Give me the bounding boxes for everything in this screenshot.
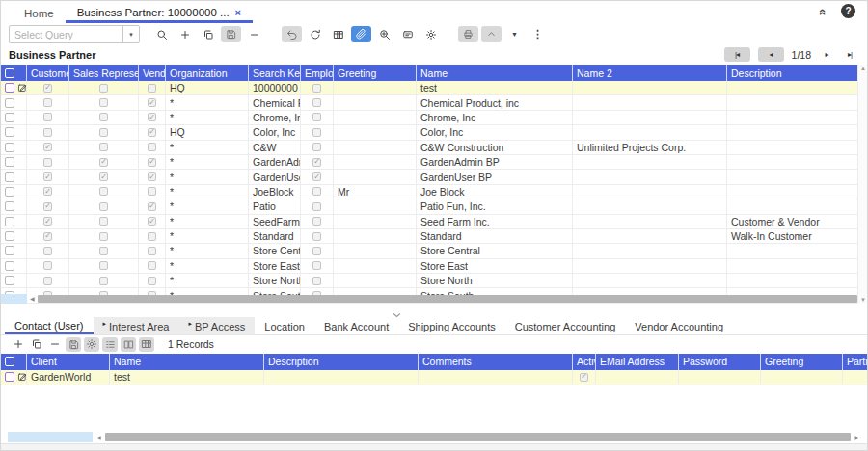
cell-description[interactable]: [727, 125, 859, 139]
vendor-checkbox[interactable]: [148, 261, 156, 270]
detail-tab-bank-account[interactable]: Bank Account: [314, 317, 398, 334]
employee-checkbox[interactable]: [312, 98, 321, 107]
cell-description[interactable]: [727, 111, 859, 124]
select-all-checkbox[interactable]: [5, 68, 14, 78]
cell-greeting[interactable]: [334, 170, 417, 183]
cell-name[interactable]: test: [110, 370, 264, 385]
row-select-checkbox[interactable]: [5, 231, 14, 241]
cell-vendor[interactable]: [139, 215, 166, 228]
cell-active[interactable]: [573, 370, 596, 385]
cell-password[interactable]: [679, 370, 761, 385]
cell-employee[interactable]: [301, 111, 334, 124]
row-select-checkbox[interactable]: [5, 98, 14, 108]
scroll-left-icon[interactable]: ◀: [27, 295, 38, 302]
employee-checkbox[interactable]: [312, 202, 321, 211]
cell-organization[interactable]: *: [166, 215, 249, 228]
customer-checkbox[interactable]: [43, 143, 52, 151]
row-select-cell[interactable]: [1, 244, 27, 257]
cell-vendor[interactable]: [139, 244, 166, 257]
row-select-cell[interactable]: [1, 111, 27, 124]
cell-description[interactable]: [727, 199, 859, 213]
cell-description[interactable]: [727, 81, 859, 94]
vertical-scrollbar[interactable]: ▲▼: [857, 65, 867, 304]
column-layout-icon[interactable]: [121, 337, 136, 352]
cell-customer[interactable]: [27, 244, 69, 257]
column-header-customer[interactable]: Customer: [27, 65, 69, 81]
row-select-checkbox[interactable]: [5, 201, 14, 211]
employee-checkbox[interactable]: [312, 261, 321, 270]
cell-employee[interactable]: [301, 141, 334, 154]
vendor-checkbox[interactable]: [148, 84, 156, 93]
employee-checkbox[interactable]: [312, 84, 321, 93]
cell-sales_rep[interactable]: [69, 215, 139, 228]
save-icon[interactable]: [66, 337, 81, 352]
cell-name2[interactable]: [573, 81, 727, 94]
table-row[interactable]: *Store NorthStore North: [1, 274, 867, 288]
cell-name[interactable]: GardenUser BP: [417, 170, 573, 183]
column-header-password[interactable]: Password: [679, 354, 761, 370]
sales_rep-checkbox[interactable]: [99, 113, 108, 121]
column-header-description[interactable]: Description: [264, 354, 419, 370]
cell-greeting[interactable]: [334, 229, 417, 243]
cell-sales_rep[interactable]: [69, 199, 139, 213]
vendor-checkbox[interactable]: [148, 232, 156, 241]
cell-description[interactable]: [727, 155, 859, 169]
customer-checkbox[interactable]: [43, 128, 52, 137]
cell-employee[interactable]: [301, 229, 334, 243]
cell-name[interactable]: Store Central: [417, 244, 573, 257]
detail-tab-location[interactable]: Location: [255, 317, 314, 334]
column-header-search_key[interactable]: Search Key: [249, 65, 301, 81]
cell-name[interactable]: Seed Farm Inc.: [417, 215, 573, 228]
new-icon[interactable]: [11, 337, 26, 352]
row-select-checkbox[interactable]: [5, 261, 14, 271]
cell-sales_rep[interactable]: [69, 95, 139, 109]
cell-search_key[interactable]: Store North: [249, 274, 301, 287]
cell-description[interactable]: [727, 185, 859, 199]
copy-icon[interactable]: [29, 337, 44, 352]
cell-customer[interactable]: [27, 111, 69, 124]
cell-employee[interactable]: [301, 215, 334, 228]
cell-description[interactable]: Customer & Vendor: [727, 215, 859, 228]
main-horizontal-scrollbar[interactable]: ◀: [1, 294, 857, 304]
customer-checkbox[interactable]: [43, 202, 52, 211]
cell-employee[interactable]: [301, 125, 334, 139]
sales_rep-checkbox[interactable]: [99, 247, 108, 255]
cell-customer[interactable]: [27, 95, 69, 109]
cell-name2[interactable]: [573, 111, 727, 124]
cell-vendor[interactable]: [139, 141, 166, 154]
cell-search_key[interactable]: Chrome, Inc: [249, 111, 301, 124]
employee-checkbox[interactable]: [312, 172, 321, 181]
employee-checkbox[interactable]: [312, 143, 321, 151]
customer-checkbox[interactable]: [43, 98, 52, 107]
cell-greeting[interactable]: [334, 259, 417, 273]
cell-employee[interactable]: [301, 170, 334, 183]
cell-name[interactable]: Store North: [417, 274, 573, 287]
cell-vendor[interactable]: [139, 155, 166, 169]
next-record-button[interactable]: ▸: [819, 47, 834, 62]
employee-checkbox[interactable]: [312, 113, 321, 121]
query-dropdown-button[interactable]: ▼: [122, 26, 139, 42]
vendor-checkbox[interactable]: [148, 143, 156, 151]
cell-search_key[interactable]: Patio: [249, 199, 301, 213]
cell-description[interactable]: [727, 259, 859, 273]
customer-checkbox[interactable]: [43, 247, 52, 255]
sales_rep-checkbox[interactable]: [99, 232, 108, 241]
first-record-button[interactable]: |◂: [724, 47, 750, 62]
cell-customer[interactable]: [27, 259, 69, 273]
cell-name[interactable]: Patio Fun, Inc.: [417, 199, 573, 213]
scrollbar-thumb[interactable]: [38, 295, 857, 303]
print-icon[interactable]: [458, 26, 478, 42]
save-icon[interactable]: [221, 26, 241, 42]
process-icon[interactable]: [420, 26, 441, 42]
row-select-cell[interactable]: [1, 170, 27, 183]
table-row[interactable]: GardenWorldtest: [1, 370, 867, 385]
cell-name[interactable]: test: [417, 81, 573, 94]
cell-organization[interactable]: *: [166, 185, 249, 199]
row-select-cell[interactable]: [1, 155, 27, 169]
cell-customer[interactable]: [27, 155, 69, 169]
cell-search_key[interactable]: Color, Inc: [249, 125, 301, 139]
detail-tab-interest-area[interactable]: ▸Interest Area: [94, 317, 179, 334]
sales_rep-checkbox[interactable]: [99, 172, 108, 181]
table-row[interactable]: HQ10000000test: [1, 81, 867, 95]
column-header-greeting[interactable]: Greeting: [761, 354, 843, 370]
